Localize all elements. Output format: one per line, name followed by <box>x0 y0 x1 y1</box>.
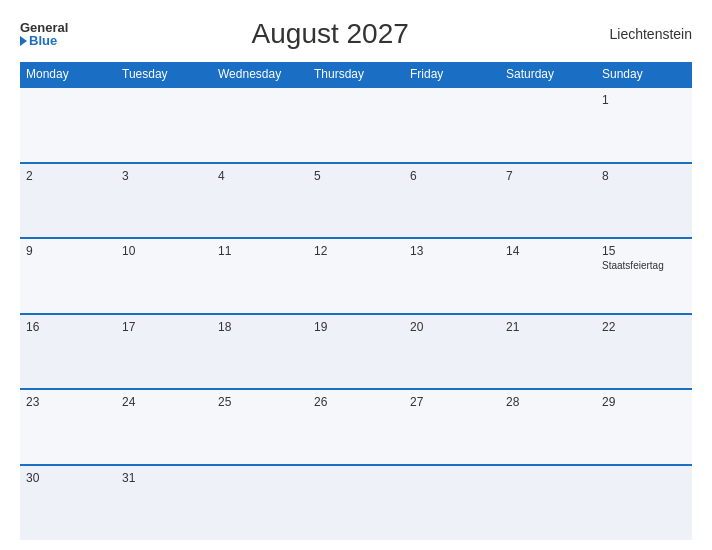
calendar-cell: 19 <box>308 314 404 390</box>
calendar-cell: 29 <box>596 389 692 465</box>
calendar-cell: 14 <box>500 238 596 314</box>
calendar-cell: 8 <box>596 163 692 239</box>
day-number: 23 <box>26 395 110 409</box>
event-label: Staatsfeiertag <box>602 260 686 271</box>
day-number: 17 <box>122 320 206 334</box>
day-number: 14 <box>506 244 590 258</box>
day-number: 28 <box>506 395 590 409</box>
calendar-cell: 21 <box>500 314 596 390</box>
calendar-cell: 2 <box>20 163 116 239</box>
weekday-header-monday: Monday <box>20 62 116 87</box>
day-number: 18 <box>218 320 302 334</box>
weekday-header-saturday: Saturday <box>500 62 596 87</box>
calendar-title: August 2027 <box>68 18 592 50</box>
calendar-cell: 3 <box>116 163 212 239</box>
calendar-cell <box>500 87 596 163</box>
calendar-cell: 24 <box>116 389 212 465</box>
calendar-cell: 16 <box>20 314 116 390</box>
weekday-header-thursday: Thursday <box>308 62 404 87</box>
calendar-cell <box>404 465 500 541</box>
calendar-cell: 12 <box>308 238 404 314</box>
day-number: 22 <box>602 320 686 334</box>
calendar-cell: 30 <box>20 465 116 541</box>
day-number: 24 <box>122 395 206 409</box>
country-name: Liechtenstein <box>592 26 692 42</box>
day-number: 8 <box>602 169 686 183</box>
day-number: 19 <box>314 320 398 334</box>
calendar-cell <box>308 87 404 163</box>
day-number: 3 <box>122 169 206 183</box>
calendar-week-row: 1 <box>20 87 692 163</box>
calendar-cell <box>596 465 692 541</box>
calendar-cell: 18 <box>212 314 308 390</box>
calendar-cell: 9 <box>20 238 116 314</box>
day-number: 7 <box>506 169 590 183</box>
calendar-cell: 22 <box>596 314 692 390</box>
calendar-cell <box>20 87 116 163</box>
day-number: 27 <box>410 395 494 409</box>
weekday-header-sunday: Sunday <box>596 62 692 87</box>
calendar-cell: 10 <box>116 238 212 314</box>
calendar-cell: 17 <box>116 314 212 390</box>
calendar-cell: 5 <box>308 163 404 239</box>
calendar-cell: 31 <box>116 465 212 541</box>
logo-blue-text: Blue <box>20 34 68 47</box>
day-number: 10 <box>122 244 206 258</box>
day-number: 2 <box>26 169 110 183</box>
weekday-header-wednesday: Wednesday <box>212 62 308 87</box>
calendar-week-row: 16171819202122 <box>20 314 692 390</box>
day-number: 21 <box>506 320 590 334</box>
calendar-cell: 23 <box>20 389 116 465</box>
calendar-cell: 27 <box>404 389 500 465</box>
calendar-week-row: 2345678 <box>20 163 692 239</box>
weekday-header-row: MondayTuesdayWednesdayThursdayFridaySatu… <box>20 62 692 87</box>
weekday-header-friday: Friday <box>404 62 500 87</box>
calendar-cell: 26 <box>308 389 404 465</box>
calendar-cell <box>404 87 500 163</box>
calendar-week-row: 3031 <box>20 465 692 541</box>
day-number: 6 <box>410 169 494 183</box>
day-number: 5 <box>314 169 398 183</box>
page-header: General Blue August 2027 Liechtenstein <box>20 18 692 50</box>
day-number: 4 <box>218 169 302 183</box>
day-number: 31 <box>122 471 206 485</box>
calendar-cell: 4 <box>212 163 308 239</box>
calendar-cell <box>500 465 596 541</box>
calendar-cell: 20 <box>404 314 500 390</box>
calendar-cell <box>308 465 404 541</box>
day-number: 26 <box>314 395 398 409</box>
day-number: 16 <box>26 320 110 334</box>
calendar-cell: 7 <box>500 163 596 239</box>
calendar-table: MondayTuesdayWednesdayThursdayFridaySatu… <box>20 62 692 540</box>
calendar-cell <box>212 465 308 541</box>
day-number: 9 <box>26 244 110 258</box>
day-number: 13 <box>410 244 494 258</box>
calendar-week-row: 23242526272829 <box>20 389 692 465</box>
calendar-cell <box>212 87 308 163</box>
day-number: 12 <box>314 244 398 258</box>
calendar-cell: 15Staatsfeiertag <box>596 238 692 314</box>
day-number: 25 <box>218 395 302 409</box>
day-number: 11 <box>218 244 302 258</box>
calendar-week-row: 9101112131415Staatsfeiertag <box>20 238 692 314</box>
calendar-cell: 6 <box>404 163 500 239</box>
logo-triangle-icon <box>20 36 27 46</box>
day-number: 20 <box>410 320 494 334</box>
logo: General Blue <box>20 21 68 47</box>
calendar-cell: 1 <box>596 87 692 163</box>
calendar-cell: 28 <box>500 389 596 465</box>
day-number: 30 <box>26 471 110 485</box>
day-number: 1 <box>602 93 686 107</box>
calendar-cell: 13 <box>404 238 500 314</box>
day-number: 15 <box>602 244 686 258</box>
calendar-cell: 25 <box>212 389 308 465</box>
day-number: 29 <box>602 395 686 409</box>
calendar-cell: 11 <box>212 238 308 314</box>
weekday-header-tuesday: Tuesday <box>116 62 212 87</box>
calendar-cell <box>116 87 212 163</box>
